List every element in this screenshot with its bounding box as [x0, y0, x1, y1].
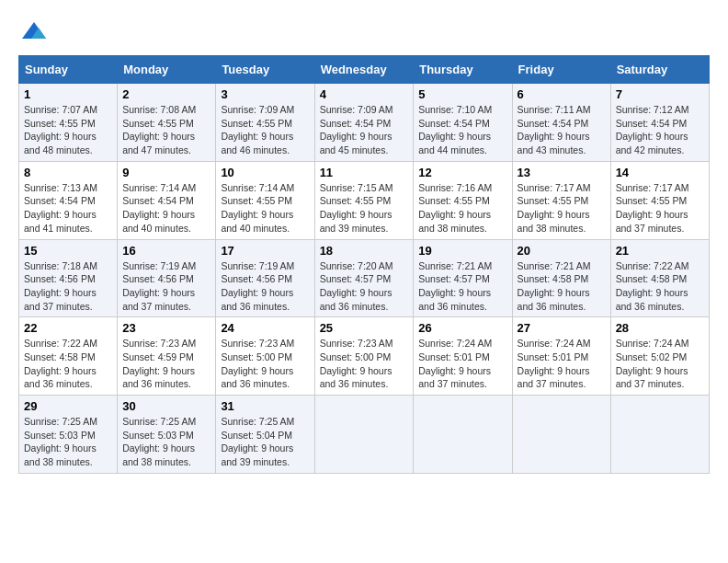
week-row-1: 1 Sunrise: 7:07 AMSunset: 4:55 PMDayligh…: [19, 84, 710, 162]
table-row: 22 Sunrise: 7:22 AMSunset: 4:58 PMDaylig…: [19, 317, 118, 396]
table-row: 15 Sunrise: 7:18 AMSunset: 4:56 PMDaylig…: [19, 239, 118, 317]
table-row: 3 Sunrise: 7:09 AMSunset: 4:55 PMDayligh…: [216, 84, 314, 162]
week-row-3: 15 Sunrise: 7:18 AMSunset: 4:56 PMDaylig…: [19, 239, 710, 317]
logo-icon: [20, 18, 48, 46]
table-row: 7 Sunrise: 7:12 AMSunset: 4:54 PMDayligh…: [610, 84, 709, 162]
calendar-table: Sunday Monday Tuesday Wednesday Thursday…: [18, 55, 710, 474]
week-row-4: 22 Sunrise: 7:22 AMSunset: 4:58 PMDaylig…: [19, 317, 710, 396]
table-row: 30 Sunrise: 7:25 AMSunset: 5:03 PMDaylig…: [118, 396, 216, 474]
table-row: 25 Sunrise: 7:23 AMSunset: 5:00 PMDaylig…: [314, 317, 414, 396]
table-row: 21 Sunrise: 7:22 AMSunset: 4:58 PMDaylig…: [610, 239, 709, 317]
table-row: 17 Sunrise: 7:19 AMSunset: 4:56 PMDaylig…: [216, 239, 314, 317]
header-row: Sunday Monday Tuesday Wednesday Thursday…: [19, 56, 710, 84]
col-tuesday: Tuesday: [216, 56, 314, 84]
table-row: [314, 396, 414, 474]
col-wednesday: Wednesday: [314, 56, 414, 84]
table-row: 8 Sunrise: 7:13 AMSunset: 4:54 PMDayligh…: [19, 161, 118, 239]
table-row: 5 Sunrise: 7:10 AMSunset: 4:54 PMDayligh…: [414, 84, 512, 162]
col-friday: Friday: [512, 56, 610, 84]
col-thursday: Thursday: [414, 56, 512, 84]
week-row-5: 29 Sunrise: 7:25 AMSunset: 5:03 PMDaylig…: [19, 396, 710, 474]
table-row: 26 Sunrise: 7:24 AMSunset: 5:01 PMDaylig…: [414, 317, 512, 396]
col-saturday: Saturday: [610, 56, 709, 84]
logo: [18, 18, 48, 46]
table-row: 1 Sunrise: 7:07 AMSunset: 4:55 PMDayligh…: [19, 84, 118, 162]
table-row: [414, 396, 512, 474]
table-row: 16 Sunrise: 7:19 AMSunset: 4:56 PMDaylig…: [118, 239, 216, 317]
table-row: 27 Sunrise: 7:24 AMSunset: 5:01 PMDaylig…: [512, 317, 610, 396]
table-row: 14 Sunrise: 7:17 AMSunset: 4:55 PMDaylig…: [610, 161, 709, 239]
table-row: 24 Sunrise: 7:23 AMSunset: 5:00 PMDaylig…: [216, 317, 314, 396]
table-row: 4 Sunrise: 7:09 AMSunset: 4:54 PMDayligh…: [314, 84, 414, 162]
col-sunday: Sunday: [19, 56, 118, 84]
page-header: [18, 18, 710, 46]
table-row: 29 Sunrise: 7:25 AMSunset: 5:03 PMDaylig…: [19, 396, 118, 474]
table-row: 28 Sunrise: 7:24 AMSunset: 5:02 PMDaylig…: [610, 317, 709, 396]
table-row: 11 Sunrise: 7:15 AMSunset: 4:55 PMDaylig…: [314, 161, 414, 239]
col-monday: Monday: [118, 56, 216, 84]
table-row: 12 Sunrise: 7:16 AMSunset: 4:55 PMDaylig…: [414, 161, 512, 239]
table-row: 9 Sunrise: 7:14 AMSunset: 4:54 PMDayligh…: [118, 161, 216, 239]
table-row: 31 Sunrise: 7:25 AMSunset: 5:04 PMDaylig…: [216, 396, 314, 474]
table-row: 13 Sunrise: 7:17 AMSunset: 4:55 PMDaylig…: [512, 161, 610, 239]
table-row: [610, 396, 709, 474]
table-row: 18 Sunrise: 7:20 AMSunset: 4:57 PMDaylig…: [314, 239, 414, 317]
table-row: 6 Sunrise: 7:11 AMSunset: 4:54 PMDayligh…: [512, 84, 610, 162]
table-row: [512, 396, 610, 474]
table-row: 19 Sunrise: 7:21 AMSunset: 4:57 PMDaylig…: [414, 239, 512, 317]
table-row: 10 Sunrise: 7:14 AMSunset: 4:55 PMDaylig…: [216, 161, 314, 239]
table-row: 2 Sunrise: 7:08 AMSunset: 4:55 PMDayligh…: [118, 84, 216, 162]
week-row-2: 8 Sunrise: 7:13 AMSunset: 4:54 PMDayligh…: [19, 161, 710, 239]
table-row: 23 Sunrise: 7:23 AMSunset: 4:59 PMDaylig…: [118, 317, 216, 396]
table-row: 20 Sunrise: 7:21 AMSunset: 4:58 PMDaylig…: [512, 239, 610, 317]
